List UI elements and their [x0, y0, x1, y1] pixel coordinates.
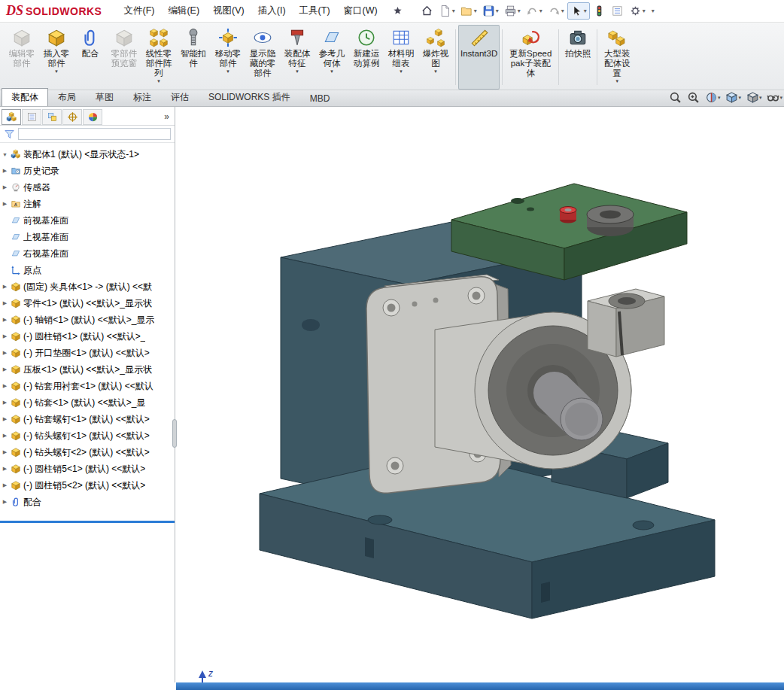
tree-item-component[interactable]: (-) 钻头螺钉<2> (默认) <<默认>	[2, 444, 175, 461]
section-view-icon[interactable]	[705, 91, 721, 104]
tree-item-component[interactable]: (-) 钻头螺钉<1> (默认) <<默认>	[2, 427, 175, 444]
more-options-caret[interactable]	[649, 6, 657, 16]
tab-evaluate[interactable]: 评估	[161, 88, 199, 106]
tab-featuremanager-tree[interactable]	[2, 109, 21, 125]
tree-item-component[interactable]: 压板<1> (默认) <<默认>_显示状	[2, 361, 175, 378]
assembly-features-button[interactable]: 装配体特征	[280, 25, 315, 90]
tree-item-component[interactable]: (-) 钻套用衬套<1> (默认) <<默认	[2, 378, 175, 394]
zoom-fit-icon[interactable]	[669, 91, 682, 104]
assembly-3d-model[interactable]	[175, 107, 784, 682]
new-document-icon[interactable]	[436, 3, 457, 19]
show-hidden-components-button[interactable]: 显示隐藏的零部件	[245, 25, 280, 90]
resources-star-icon[interactable]	[392, 5, 403, 17]
tree-item-history[interactable]: 历史记录	[2, 163, 175, 179]
menu-edit[interactable]: 编辑(E)	[161, 1, 206, 21]
filter-funnel-icon[interactable]	[4, 129, 15, 140]
tab-sketch[interactable]: 草图	[86, 88, 123, 106]
zoom-to-area-icon[interactable]	[687, 91, 700, 104]
component-preview-button[interactable]: 零部件预览窗	[107, 25, 141, 90]
home-icon[interactable]	[418, 3, 436, 19]
expand-caret[interactable]	[2, 366, 8, 372]
select-arrow-icon[interactable]	[567, 2, 590, 20]
tab-markup[interactable]: 标注	[123, 88, 161, 106]
tree-item-front-plane[interactable]: 前视基准面	[2, 212, 175, 229]
tab-assembly[interactable]: 装配体	[2, 88, 48, 106]
tab-mbd[interactable]: MBD	[300, 90, 340, 106]
new-motion-study-button[interactable]: 新建运动算例	[349, 25, 384, 90]
expand-caret[interactable]	[2, 317, 8, 323]
tab-dimxpertmanager[interactable]	[62, 109, 82, 125]
expand-caret[interactable]	[2, 333, 8, 339]
take-snapshot-button[interactable]: 拍快照	[561, 25, 594, 90]
tree-item-component[interactable]: (-) 开口垫圈<1> (默认) <<默认>	[2, 345, 175, 361]
hide-show-items-icon[interactable]	[767, 91, 782, 104]
tree-item-sensors[interactable]: 传感器	[2, 179, 175, 196]
large-assembly-settings-button[interactable]: 大型装配体设置	[600, 25, 634, 90]
tree-item-mates[interactable]: 配合	[2, 494, 175, 510]
tree-item-component[interactable]: (-) 圆柱销5<2> (默认) <<默认>	[2, 477, 175, 494]
view-orientation-icon[interactable]	[725, 91, 741, 104]
expand-caret[interactable]	[2, 466, 8, 472]
menu-tools[interactable]: 工具(T)	[293, 1, 337, 21]
undo-icon[interactable]	[524, 3, 545, 19]
tree-item-right-plane[interactable]: 右视基准面	[2, 245, 175, 262]
instant3d-button[interactable]: Instant3D	[458, 25, 500, 90]
reference-geometry-button[interactable]: 参考几何体	[315, 25, 349, 90]
expand-caret[interactable]	[2, 383, 8, 389]
expand-caret[interactable]	[2, 499, 8, 505]
tree-item-origin[interactable]: 原点	[2, 262, 175, 278]
tree-item-assembly-root[interactable]: 装配体1 (默认) <显示状态-1>	[2, 146, 175, 163]
rebuild-traffic-light-icon[interactable]	[591, 3, 608, 19]
move-component-button[interactable]: 移动零部件	[211, 25, 245, 90]
insert-component-button[interactable]: 插入零部件	[39, 25, 74, 90]
expand-caret[interactable]	[2, 433, 8, 439]
expand-caret[interactable]	[2, 482, 8, 488]
expand-caret[interactable]	[2, 449, 8, 455]
expand-caret[interactable]	[2, 152, 8, 157]
expand-caret[interactable]	[2, 184, 8, 190]
expand-caret[interactable]	[2, 416, 8, 422]
model-clamp-block[interactable]	[588, 289, 664, 357]
update-speedpak-button[interactable]: 更新Speedpak子装配体	[505, 25, 556, 90]
tree-item-annotations[interactable]: 注解	[2, 196, 175, 212]
tab-solidworks-addins[interactable]: SOLIDWORKS 插件	[199, 88, 300, 106]
tree-item-component[interactable]: (-) 钻套螺钉<1> (默认) <<默认>	[2, 411, 175, 427]
expand-caret[interactable]	[2, 400, 8, 406]
viewport-3d[interactable]: z	[175, 107, 784, 682]
smart-fasteners-button[interactable]: 智能扣件	[176, 25, 211, 90]
tree-item-top-plane[interactable]: 上视基准面	[2, 229, 175, 245]
tree-item-component[interactable]: (-) 圆柱销<1> (默认) <<默认>_	[2, 328, 175, 345]
mate-button[interactable]: 配合	[74, 25, 107, 90]
expand-caret[interactable]	[2, 300, 8, 306]
exploded-view-button[interactable]: 爆炸视图	[418, 25, 453, 90]
model-gray-boss[interactable]	[587, 205, 634, 236]
expand-caret[interactable]	[2, 168, 8, 174]
expand-caret[interactable]	[2, 350, 8, 356]
display-style-icon[interactable]	[746, 91, 762, 104]
menu-file[interactable]: 文件(F)	[117, 1, 161, 21]
menu-window[interactable]: 窗口(W)	[337, 1, 384, 21]
tree-item-component[interactable]: 零件<1> (默认) <<默认>_显示状	[2, 295, 175, 312]
tab-propertymanager[interactable]	[22, 109, 41, 125]
task-list-icon[interactable]	[609, 3, 626, 19]
expand-caret[interactable]	[2, 201, 8, 207]
open-document-icon[interactable]	[458, 3, 479, 19]
print-icon[interactable]	[502, 3, 523, 19]
redo-icon[interactable]	[545, 3, 567, 19]
tree-filter-input[interactable]	[18, 128, 171, 140]
tree-item-component[interactable]: (-) 轴销<1> (默认) <<默认>_显示	[2, 312, 175, 328]
tree-item-component[interactable]: (-) 钻套<1> (默认) <<默认>_显	[2, 394, 175, 411]
tab-layout[interactable]: 布局	[48, 88, 86, 106]
linear-component-pattern-button[interactable]: 线性零部件阵列	[141, 25, 176, 90]
tab-configurationmanager[interactable]	[42, 109, 62, 125]
tree-item-component[interactable]: (固定) 夹具体<1> -> (默认) <<默	[2, 278, 175, 295]
edit-component-button[interactable]: 编辑零部件	[5, 25, 39, 90]
bill-of-materials-button[interactable]: 材料明细表	[384, 25, 418, 90]
tree-item-component[interactable]: (-) 圆柱销5<1> (默认) <<默认>	[2, 461, 175, 477]
tab-displaymanager[interactable]	[83, 109, 102, 125]
save-icon[interactable]	[480, 3, 501, 19]
expand-caret[interactable]	[2, 284, 8, 290]
panel-resize-grip[interactable]	[172, 419, 177, 448]
menu-view[interactable]: 视图(V)	[206, 1, 251, 21]
panel-expand-chevron[interactable]	[160, 111, 173, 122]
